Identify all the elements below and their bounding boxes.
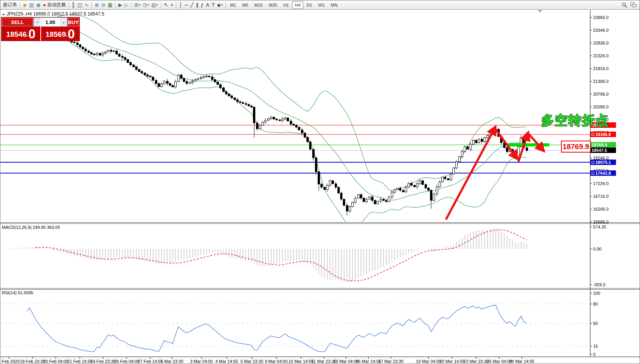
rsi-value: 51.5005	[18, 290, 33, 295]
macd-name: MACD(12,26,9)	[2, 225, 31, 230]
volume-increase-button[interactable]: ▲	[60, 18, 67, 26]
turning-point-annotation: 多空转折点	[541, 112, 609, 129]
macd-label: MACD(12,26,9) 249.90 363.05	[2, 225, 60, 230]
price-tag-annotation: 18769.9	[561, 141, 591, 153]
sell-price-frac: 0	[28, 27, 35, 40]
buy-price[interactable]: 18569.0	[41, 27, 80, 41]
sell-price[interactable]: 18546.0	[2, 27, 40, 41]
buy-price-int: 18569	[45, 29, 66, 40]
drawings-layer	[446, 128, 549, 220]
bollinger-layer	[13, 14, 527, 228]
terminal-window: 新订单 ◆▥◉ ● 自动交易 ║◫∿⊕⊖▦▶▷⊞▾◷▾▧▾↖+│─╱∥ƒAT◈▾…	[0, 0, 640, 364]
buy-price-frac: 0	[68, 27, 75, 40]
sell-button[interactable]: SELL	[2, 18, 33, 26]
macd-values: 249.90 363.05	[33, 225, 60, 230]
rsi-label: RSI(14) 51.5005	[2, 290, 33, 295]
buy-button[interactable]: BUY	[68, 18, 79, 26]
symbol-marker-icon: ▲	[2, 12, 5, 16]
chart-title-text: JPN225-,H4 18695.0 18822.5 18537.5 18547…	[7, 11, 104, 17]
volume-decrease-button[interactable]: ▼	[34, 18, 40, 26]
one-click-trading-panel: SELL ▼ 1.00 ▲ BUY 18546.0 18569.0	[1, 17, 80, 41]
volume-box: ▼ 1.00 ▲	[33, 17, 67, 27]
macd-layer	[10, 229, 527, 283]
sell-price-int: 18546	[6, 29, 27, 40]
hline-objects-layer	[0, 125, 590, 173]
chart-title: ▲ JPN225-,H4 18695.0 18822.5 18537.5 185…	[2, 11, 104, 17]
rsi-name: RSI(14)	[2, 290, 17, 295]
volume-input[interactable]: 1.00	[40, 18, 60, 26]
chart-canvas[interactable]	[0, 0, 640, 364]
